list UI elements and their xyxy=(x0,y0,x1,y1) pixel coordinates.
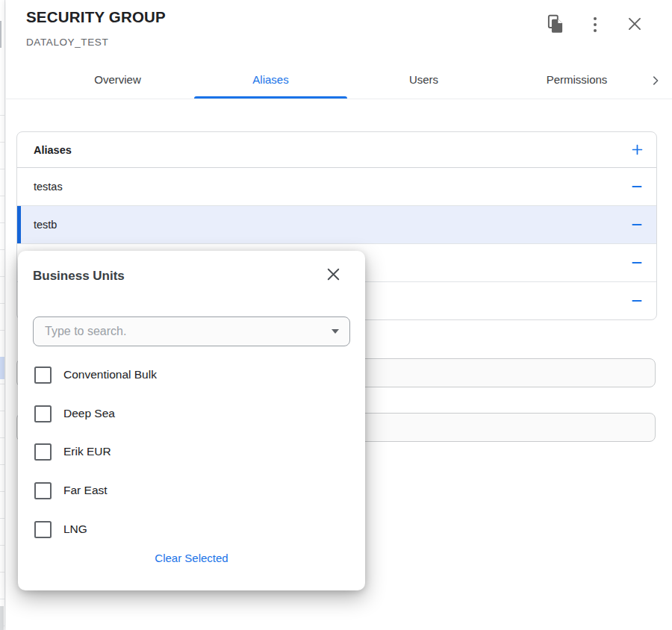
tab-aliases[interactable]: Aliases xyxy=(194,63,347,99)
tab-permissions[interactable]: Permissions xyxy=(500,63,653,99)
more-options-button[interactable] xyxy=(585,14,606,35)
minus-icon xyxy=(630,294,644,308)
close-panel-button[interactable] xyxy=(624,14,645,35)
background-footer-strip xyxy=(0,606,4,630)
option-label: Deep Sea xyxy=(63,407,115,420)
selected-row-indicator xyxy=(17,206,21,243)
business-units-popup: Business Units Conventional Bulk Deep Se… xyxy=(18,251,365,590)
option-far-east[interactable]: Far East xyxy=(34,481,108,499)
close-icon xyxy=(625,14,644,36)
checkbox[interactable] xyxy=(34,405,52,422)
tab-users[interactable]: Users xyxy=(347,63,500,99)
tab-users-label: Users xyxy=(409,73,438,86)
popup-close-button[interactable] xyxy=(323,266,343,285)
tab-aliases-label: Aliases xyxy=(252,73,288,86)
alias-label: testas xyxy=(34,181,63,193)
checkbox[interactable] xyxy=(34,521,52,538)
checkbox[interactable] xyxy=(34,482,52,499)
dropdown-caret-icon[interactable] xyxy=(332,329,339,334)
close-icon xyxy=(324,265,343,286)
aliases-panel-header: Aliases xyxy=(17,132,656,168)
chevron-right-icon xyxy=(649,74,662,87)
header-actions xyxy=(545,14,645,35)
checkbox[interactable] xyxy=(34,367,52,384)
option-label: LNG xyxy=(63,523,87,536)
tab-overview-label: Overview xyxy=(94,73,141,86)
copy-button[interactable] xyxy=(545,14,566,35)
aliases-panel-title: Aliases xyxy=(34,144,72,156)
panel-left-divider xyxy=(4,0,5,630)
minus-icon xyxy=(630,218,644,231)
popup-title: Business Units xyxy=(33,269,125,284)
option-label: Erik EUR xyxy=(63,445,111,458)
option-lng[interactable]: LNG xyxy=(34,520,87,538)
tab-permissions-label: Permissions xyxy=(547,73,608,86)
background-page-strip xyxy=(0,0,6,630)
minus-icon xyxy=(630,256,644,269)
remove-alias-button[interactable] xyxy=(629,293,644,308)
remove-alias-button[interactable] xyxy=(629,217,644,232)
tabs: Overview Aliases Users Permissions xyxy=(41,63,653,99)
alias-row[interactable]: testas xyxy=(17,168,656,205)
kebab-menu-icon xyxy=(594,17,597,33)
remove-alias-button[interactable] xyxy=(629,179,644,194)
option-label: Conventional Bulk xyxy=(63,368,157,381)
tab-bar: Overview Aliases Users Permissions xyxy=(6,63,672,99)
tabs-overflow-chevron[interactable] xyxy=(647,72,665,90)
search-input[interactable] xyxy=(43,324,324,339)
business-unit-search-combobox[interactable] xyxy=(33,316,350,346)
active-tab-underline xyxy=(194,96,347,99)
plus-icon xyxy=(630,143,644,157)
checkbox[interactable] xyxy=(34,443,52,461)
page-subtitle: DATALOY_TEST xyxy=(26,37,108,48)
alias-row-selected[interactable]: testb xyxy=(17,205,656,243)
minus-icon xyxy=(630,180,644,193)
background-scrollbar xyxy=(0,21,1,48)
page-title: SECURITY GROUP xyxy=(26,8,166,26)
clear-selected-container: Clear Selected xyxy=(18,552,365,565)
copy-icon xyxy=(546,14,565,36)
tab-overview[interactable]: Overview xyxy=(41,63,194,99)
clear-selected-link[interactable]: Clear Selected xyxy=(155,552,228,564)
option-label: Far East xyxy=(63,484,108,497)
alias-label: testb xyxy=(34,219,57,231)
remove-alias-button[interactable] xyxy=(629,255,644,270)
option-conventional-bulk[interactable]: Conventional Bulk xyxy=(34,366,157,384)
security-group-panel: SECURITY GROUP DATALOY_TEST xyxy=(6,0,672,630)
add-alias-button[interactable] xyxy=(629,143,644,158)
option-erik-eur[interactable]: Erik EUR xyxy=(34,443,111,461)
option-deep-sea[interactable]: Deep Sea xyxy=(34,405,115,422)
